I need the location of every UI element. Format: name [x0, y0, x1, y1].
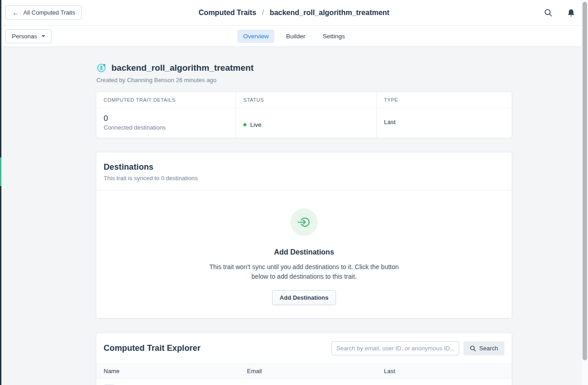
search-icon[interactable]	[544, 9, 552, 17]
scrollbar-thumb[interactable]	[583, 2, 587, 360]
explorer-search-button[interactable]: Search	[463, 341, 504, 355]
created-by-text: Created by Channing Benson 26 minutes ag…	[96, 77, 512, 83]
explorer-search-input[interactable]	[331, 341, 459, 355]
explorer-table-header-row: Name Email Last	[96, 364, 512, 379]
add-destination-icon	[290, 208, 318, 236]
back-arrow-icon: ←	[12, 9, 19, 16]
tab-settings[interactable]: Settings	[317, 30, 351, 43]
explorer-title: Computed Trait Explorer	[104, 343, 200, 353]
page-title: backend_roll_algorithm_treatment	[111, 63, 253, 73]
explorer-header: Computed Trait Explorer Search	[96, 333, 512, 364]
destinations-empty-state: Add Destinations This trait won't sync u…	[96, 190, 512, 318]
trait-details-table: Computed trait details Status Type 0 Con…	[96, 92, 512, 138]
back-to-all-computed-traits-button[interactable]: ← All Computed Traits	[5, 5, 82, 20]
top-header: ← All Computed Traits Computed Traits / …	[0, 0, 588, 26]
breadcrumb-parent[interactable]: Computed Traits	[199, 9, 256, 16]
details-header-trait-details: Computed trait details	[96, 92, 236, 108]
empty-state-description: This trait won't sync until you add dest…	[201, 262, 407, 281]
breadcrumb-separator: /	[262, 9, 264, 16]
computed-trait-explorer-card: Computed Trait Explorer Search Name Emai…	[96, 333, 512, 385]
type-cell: Last	[377, 108, 512, 138]
back-button-label: All Computed Traits	[23, 9, 75, 16]
user-name-cell: AC Arthur Chapman	[96, 379, 240, 385]
trait-title-row: backend_roll_algorithm_treatment	[96, 62, 512, 73]
tabs: Overview Builder Settings	[0, 30, 588, 43]
column-header-last[interactable]: Last	[377, 364, 512, 379]
column-header-name[interactable]: Name	[96, 364, 240, 379]
breadcrumb: Computed Traits / backend_roll_algorithm…	[0, 9, 588, 17]
vertical-scrollbar[interactable]	[581, 0, 588, 385]
details-header-type: Type	[377, 92, 512, 108]
connected-destinations-cell: 0 Connected destinations	[96, 108, 236, 138]
status-badge: Live	[250, 121, 262, 128]
search-icon	[470, 345, 476, 352]
user-last-value-cell: Computing...	[377, 379, 512, 385]
explorer-search-area: Search	[331, 341, 504, 355]
nav-bar: Personas Overview Builder Settings	[0, 26, 588, 47]
search-button-label: Search	[479, 345, 498, 352]
tab-builder[interactable]: Builder	[281, 30, 311, 43]
status-cell: Live	[236, 108, 377, 138]
header-icons	[544, 9, 575, 17]
destinations-card: Destinations This trait is synced to 0 d…	[96, 152, 512, 318]
destinations-card-header: Destinations This trait is synced to 0 d…	[96, 152, 512, 190]
details-header-status: Status	[236, 92, 377, 108]
user-email-cell: arthur.chapman@gmail.com	[240, 379, 377, 385]
notifications-bell-icon[interactable]	[567, 9, 575, 17]
main-content: backend_roll_algorithm_treatment Created…	[96, 62, 512, 385]
collapsed-sidebar[interactable]	[0, 0, 1, 385]
explorer-table: Name Email Last AC Arthur Chapman arthur…	[96, 364, 512, 385]
connected-destinations-label: Connected destinations	[104, 124, 228, 131]
add-destinations-button[interactable]: Add Destinations	[272, 290, 336, 305]
destinations-title: Destinations	[104, 162, 504, 172]
type-value: Last	[384, 114, 504, 125]
breadcrumb-current: backend_roll_algorithm_treatment	[270, 9, 389, 16]
connected-destinations-count: 0	[104, 114, 228, 123]
table-row[interactable]: AC Arthur Chapman arthur.chapman@gmail.c…	[96, 379, 512, 385]
status-live-dot	[243, 123, 247, 126]
computed-trait-icon	[96, 62, 107, 73]
column-header-email[interactable]: Email	[240, 364, 377, 379]
destinations-subtitle: This trait is synced to 0 destinations	[104, 175, 504, 182]
tab-overview[interactable]: Overview	[237, 30, 274, 43]
sidebar-green-indicator	[0, 157, 1, 186]
empty-state-title: Add Destinations	[96, 248, 512, 256]
